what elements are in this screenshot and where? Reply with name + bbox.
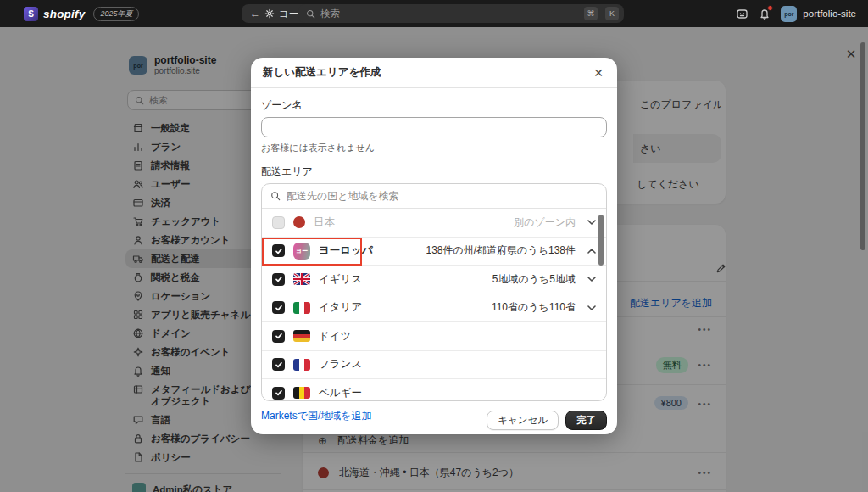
close-icon[interactable]: ✕ bbox=[590, 64, 607, 81]
country-search-input[interactable] bbox=[287, 190, 598, 202]
country-row-6[interactable]: ベルギー bbox=[262, 379, 606, 401]
jp-flag-icon bbox=[293, 216, 305, 228]
country-selection-count: 5地域のうち5地域 bbox=[492, 272, 576, 287]
country-selection-count: 138件の州/都道府県のうち138件 bbox=[426, 243, 576, 258]
search-placeholder: 検索 bbox=[320, 8, 576, 20]
country-selection-count: 別のゾーン内 bbox=[514, 215, 576, 230]
modal-title: 新しい配送エリアを作成 bbox=[263, 65, 381, 80]
fr-flag-icon bbox=[293, 359, 310, 371]
shopify-logo: S shopify 2025年夏 bbox=[24, 0, 139, 27]
de-flag-icon bbox=[293, 330, 310, 342]
country-list-box: 日本別のゾーン内ヨーヨーロッパ138件の州/都道府県のうち138件イギリス5地域… bbox=[261, 183, 607, 401]
search-icon bbox=[306, 9, 315, 19]
topbar: S shopify 2025年夏 ← ヨーロッパ 検索 ⌘ K por port… bbox=[0, 0, 868, 27]
country-name: フランス bbox=[319, 357, 362, 372]
store-name: portfolio-site bbox=[803, 8, 856, 19]
country-row-4[interactable]: ドイツ bbox=[262, 322, 606, 351]
chevron-down-icon[interactable] bbox=[587, 220, 596, 225]
country-search[interactable] bbox=[262, 184, 606, 209]
country-row-3[interactable]: イタリア110省のうち110省 bbox=[262, 294, 606, 323]
k-key: K bbox=[605, 7, 619, 20]
country-row-2[interactable]: イギリス5地域のうち5地域 bbox=[262, 266, 606, 294]
country-checkbox[interactable] bbox=[272, 301, 285, 314]
eu-flag-icon: ヨー bbox=[293, 243, 310, 260]
be-flag-icon bbox=[293, 387, 310, 399]
shipping-area-label: 配送エリア bbox=[261, 165, 607, 179]
country-name: イギリス bbox=[319, 272, 362, 287]
country-row-0[interactable]: 日本別のゾーン内 bbox=[262, 209, 606, 238]
country-selection-count: 110省のうち110省 bbox=[492, 300, 576, 315]
list-scrollbar[interactable] bbox=[598, 215, 604, 266]
gear-icon bbox=[264, 8, 275, 19]
country-name: 日本 bbox=[314, 215, 335, 230]
notification-dot bbox=[767, 5, 773, 11]
store-menu[interactable]: por portfolio-site bbox=[781, 6, 856, 22]
create-shipping-area-modal: 新しい配送エリアを作成 ✕ ゾーン名 お客様には表示されません 配送エリア 日本… bbox=[251, 58, 617, 434]
zone-name-help: お客様には表示されません bbox=[261, 142, 607, 154]
search-icon bbox=[270, 191, 281, 201]
done-button[interactable]: 完了 bbox=[565, 411, 607, 430]
country-row-1[interactable]: ヨーヨーロッパ138件の州/都道府県のうち138件 bbox=[262, 238, 606, 266]
back-arrow-icon[interactable]: ← bbox=[250, 8, 260, 20]
country-checkbox[interactable] bbox=[272, 273, 285, 286]
notifications-bell-icon[interactable] bbox=[759, 8, 771, 20]
sidekick-icon[interactable] bbox=[736, 8, 748, 20]
country-name: ベルギー bbox=[319, 386, 362, 400]
it-flag-icon bbox=[293, 302, 310, 314]
country-checkbox[interactable] bbox=[272, 358, 285, 371]
country-checkbox[interactable] bbox=[272, 216, 285, 229]
cmd-key: ⌘ bbox=[584, 7, 598, 20]
country-name: ドイツ bbox=[319, 329, 351, 344]
country-checkbox[interactable] bbox=[272, 244, 285, 257]
cancel-button[interactable]: キャンセル bbox=[487, 411, 559, 430]
gb-flag-icon bbox=[293, 273, 310, 285]
chevron-down-icon[interactable] bbox=[587, 277, 596, 282]
zone-name-label: ゾーン名 bbox=[261, 98, 607, 113]
country-name: イタリア bbox=[319, 300, 362, 315]
country-rows: 日本別のゾーン内ヨーヨーロッパ138件の州/都道府県のうち138件イギリス5地域… bbox=[262, 209, 606, 401]
shopify-wordmark: shopify bbox=[43, 8, 85, 20]
version-badge: 2025年夏 bbox=[93, 7, 139, 21]
country-checkbox[interactable] bbox=[272, 387, 285, 400]
country-row-5[interactable]: フランス bbox=[262, 351, 606, 380]
country-checkbox[interactable] bbox=[272, 330, 285, 343]
page-scrollbar[interactable] bbox=[860, 42, 865, 250]
global-search[interactable]: 検索 ⌘ K bbox=[298, 4, 624, 23]
zone-name-input[interactable] bbox=[261, 117, 607, 137]
avatar: por bbox=[781, 6, 797, 22]
chevron-down-icon[interactable] bbox=[587, 305, 596, 310]
chevron-up-icon[interactable] bbox=[587, 249, 596, 254]
country-name: ヨーロッパ bbox=[319, 243, 373, 258]
shopify-bag-icon: S bbox=[24, 7, 38, 21]
